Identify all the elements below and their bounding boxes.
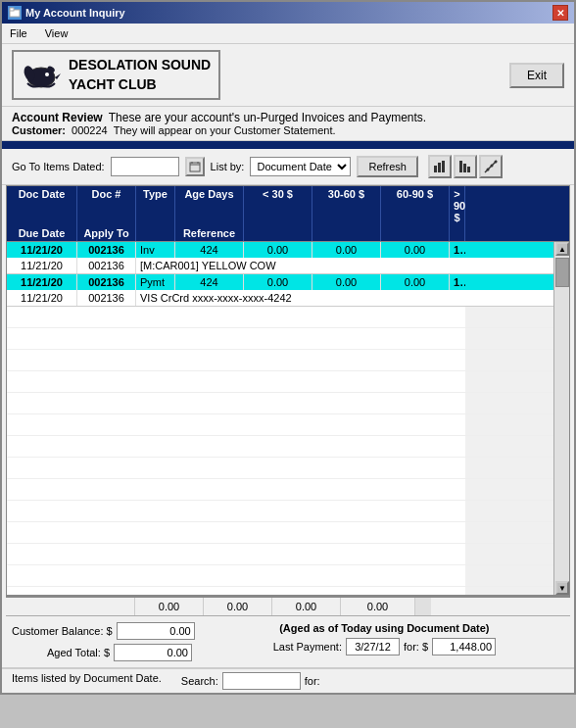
row2-3060: 0.00 (312, 274, 381, 290)
empty-row (7, 544, 553, 565)
listby-label: List by: (211, 161, 245, 172)
account-sub-text: They will appear on your Customer Statem… (114, 124, 336, 136)
last-payment-date-input (346, 638, 400, 655)
aged-total-row: Aged Total: $ (12, 644, 195, 661)
menu-view[interactable]: View (41, 25, 72, 41)
row1-due-date: 11/21/20 (7, 258, 77, 273)
svg-rect-14 (463, 164, 466, 172)
listby-select[interactable]: Document Date Due Date (250, 157, 351, 176)
last-payment-row: Last Payment: for: $ (273, 638, 496, 655)
svg-rect-11 (438, 163, 441, 172)
row2-type: Pymt (136, 274, 175, 290)
icon-buttons (428, 155, 503, 178)
svg-point-19 (494, 161, 497, 164)
empty-row (7, 587, 553, 595)
account-review-text: These are your account's un-Purged Invoi… (109, 111, 426, 124)
main-window: My Account Inquiry ✕ File View DESOLATIO… (0, 0, 576, 695)
empty-row (7, 565, 553, 587)
refresh-button[interactable]: Refresh (357, 156, 418, 177)
footer-gt90-total: 0.00 (341, 598, 415, 615)
table-row: 11/21/20 002136 Pymt 424 0.00 0.00 0.00 … (7, 274, 553, 307)
svg-point-18 (490, 165, 493, 168)
row2-doc-num: 002136 (77, 274, 136, 290)
sub-header-empty4 (381, 225, 450, 241)
empty-row (7, 393, 553, 414)
header-age-days: Age Days (175, 186, 244, 225)
exit-button[interactable]: Exit (509, 63, 564, 88)
row1-3060: 0.00 (312, 242, 381, 258)
icon-button-2[interactable] (454, 155, 477, 178)
footer-3060-total: 0.00 (204, 598, 272, 615)
svg-rect-1 (10, 8, 14, 11)
row-2-main: 11/21/20 002136 Pymt 424 0.00 0.00 0.00 … (7, 274, 553, 290)
account-review-label: Account Review (12, 111, 103, 124)
svg-rect-15 (467, 167, 470, 172)
footer-lt30-total: 0.00 (135, 598, 204, 615)
row2-age-days: 424 (175, 274, 244, 290)
balance-section: Customer Balance: $ Aged Total: $ (12, 622, 195, 661)
row1-6090: 0.00 (381, 242, 450, 258)
row1-apply-to: 002136 (77, 258, 136, 273)
row-1-ref: 11/21/20 002136 [M:CAR001] YELLOW COW (7, 258, 553, 273)
data-table: Doc Date Doc # Type Age Days < 30 $ 30-6… (6, 185, 570, 596)
sub-header-due-date: Due Date (7, 225, 77, 241)
aged-total-input (114, 644, 192, 661)
blue-bar (2, 141, 574, 149)
scroll-down-btn[interactable]: ▼ (555, 581, 569, 595)
svg-rect-12 (442, 161, 445, 172)
whale-icon (22, 58, 61, 93)
header-3060: 30-60 $ (312, 186, 381, 225)
footer-totals-row: 0.00 0.00 0.00 0.00 (6, 596, 570, 616)
icon-button-3[interactable] (479, 155, 503, 178)
header-doc-num: Doc # (77, 186, 136, 225)
calendar-button[interactable] (185, 157, 205, 176)
svg-point-5 (45, 73, 49, 76)
app-icon (8, 6, 22, 20)
toolbar: Go To Items Dated: List by: Document Dat… (2, 149, 574, 185)
chart-icon-2 (458, 160, 472, 173)
scrollbar[interactable]: ▲ ▼ (553, 242, 569, 595)
title-bar-left: My Account Inquiry (8, 6, 125, 20)
search-input[interactable] (222, 672, 301, 690)
goto-input[interactable] (111, 157, 179, 176)
row2-doc-date: 11/21/20 (7, 274, 77, 290)
table-row: 11/21/20 002136 Inv 424 0.00 0.00 0.00 1… (7, 242, 553, 274)
calendar-icon (189, 161, 201, 172)
svg-point-17 (486, 169, 489, 171)
account-info: Account Review These are your account's … (2, 107, 574, 141)
last-payment-label: Last Payment: (273, 641, 342, 653)
window-title: My Account Inquiry (25, 7, 125, 19)
aged-section: (Aged as of Today using Document Date) L… (205, 622, 564, 661)
scroll-up-btn[interactable]: ▲ (555, 242, 569, 256)
sub-header-apply-to: Apply To (77, 225, 136, 241)
row2-lt30: 0.00 (244, 274, 312, 290)
search-section: Search: for: (181, 672, 320, 690)
column-headers: Doc Date Doc # Type Age Days < 30 $ 30-6… (7, 186, 569, 225)
close-button[interactable]: ✕ (552, 5, 568, 21)
search-label: Search: (181, 675, 218, 687)
row2-6090: 0.00 (381, 274, 450, 290)
row2-reference: VIS CrCrd xxxx-xxxx-xxxx-4242 (136, 290, 553, 306)
customer-balance-row: Customer Balance: $ (12, 622, 195, 640)
status-items-label: Items listed by Document Date. (12, 672, 162, 690)
scroll-thumb[interactable] (555, 258, 569, 287)
row2-apply-to: 002136 (77, 290, 136, 306)
row2-gt90: 1,792.00 (450, 274, 465, 290)
row1-reference: [M:CAR001] YELLOW COW (136, 258, 553, 273)
for-status-label: for: (305, 675, 320, 687)
footer-scroll-pad (415, 598, 431, 615)
row1-doc-num: 002136 (77, 242, 136, 258)
menu-file[interactable]: File (6, 25, 31, 41)
row1-doc-date: 11/21/20 (7, 242, 77, 258)
header-doc-date: Doc Date (7, 186, 77, 225)
last-payment-amount-input (432, 638, 496, 655)
icon-button-1[interactable] (428, 155, 452, 178)
aged-total-label: Aged Total: $ (12, 647, 110, 658)
rows-scroll[interactable]: 11/21/20 002136 Inv 424 0.00 0.00 0.00 1… (7, 242, 553, 595)
title-bar: My Account Inquiry ✕ (2, 2, 574, 24)
customer-label: Customer: (12, 124, 66, 136)
status-bar: Items listed by Document Date. Search: f… (2, 668, 574, 693)
row1-lt30: 0.00 (244, 242, 312, 258)
empty-row (7, 371, 553, 393)
empty-row (7, 350, 553, 371)
